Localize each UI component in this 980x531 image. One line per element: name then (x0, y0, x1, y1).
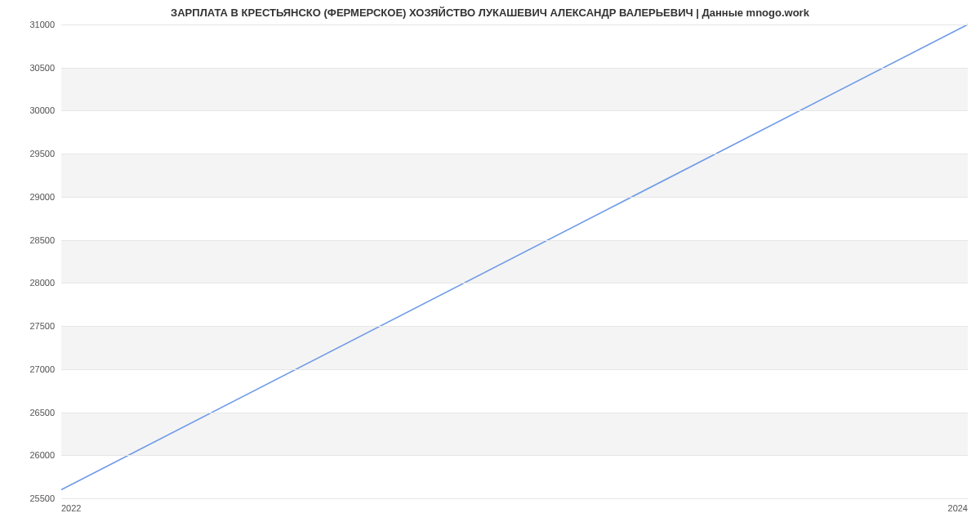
y-gridline (61, 455, 968, 456)
y-axis-tick-label: 29500 (29, 149, 55, 158)
y-axis-tick-label: 27000 (29, 364, 55, 374)
line-series (61, 25, 968, 498)
y-gridline (61, 326, 968, 327)
y-gridline (61, 240, 968, 241)
y-gridline (61, 283, 968, 283)
y-gridline (61, 25, 968, 25)
x-axis-tick-label: 2022 (61, 503, 81, 513)
plot-area: 2550026000265002700027500280002850029000… (61, 25, 968, 499)
y-gridline (61, 110, 968, 111)
y-axis-tick-label: 25500 (29, 493, 55, 503)
y-gridline (61, 68, 968, 69)
y-axis-tick-label: 30000 (29, 105, 55, 115)
y-gridline (61, 197, 968, 198)
chart-title: ЗАРПЛАТА В КРЕСТЬЯНСКО (ФЕРМЕРСКОЕ) ХОЗЯ… (0, 7, 980, 19)
chart-container: ЗАРПЛАТА В КРЕСТЬЯНСКО (ФЕРМЕРСКОЕ) ХОЗЯ… (0, 0, 980, 531)
y-axis-tick-label: 30500 (29, 63, 55, 73)
y-axis-tick-label: 31000 (29, 20, 55, 29)
y-axis-tick-label: 26000 (29, 450, 55, 460)
y-gridline (61, 369, 968, 370)
y-gridline (61, 498, 968, 499)
y-gridline (61, 154, 968, 154)
y-axis-tick-label: 28500 (29, 235, 55, 245)
y-axis-tick-label: 27500 (29, 321, 55, 331)
y-axis-tick-label: 26500 (29, 408, 55, 417)
y-axis-tick-label: 28000 (29, 278, 55, 288)
x-axis-tick-label: 2024 (948, 503, 968, 513)
y-gridline (61, 413, 968, 413)
series-line (61, 25, 968, 489)
y-axis-tick-label: 29000 (29, 192, 55, 202)
